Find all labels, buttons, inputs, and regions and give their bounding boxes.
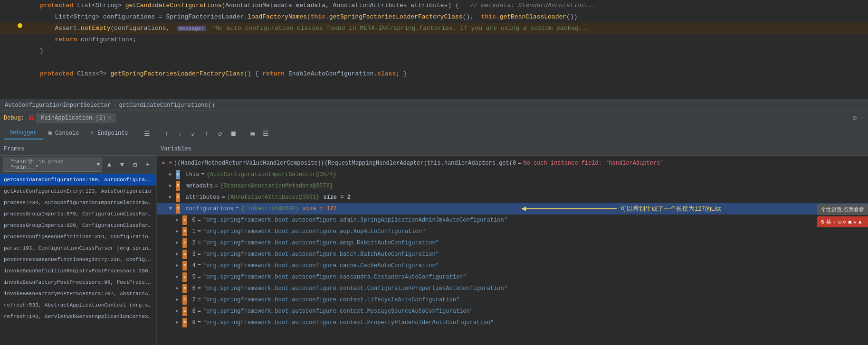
float-panel: 个性设置,点我看看 S 英 · ◎ ⊙ ▣ ★ ▲ [817, 204, 868, 227]
frame-item[interactable]: processConfigBeanDefinitions:319, Config… [0, 231, 156, 242]
var-expand[interactable]: ▶ [176, 307, 182, 316]
variables-panel: Variables ▶ ⊗ ((HandlerMethodReturnValue… [157, 142, 868, 345]
debug-tab-label: MainApplication (2) [41, 115, 106, 121]
var-name: 9 [189, 318, 195, 327]
code-line: protected Class<?> getSpringFactoriesLoa… [0, 68, 868, 80]
var-row-error[interactable]: ▶ ⊗ ((HandlerMethodReturnValueHandlerCom… [157, 158, 868, 169]
var-row-7[interactable]: ▶ ≡ 7 = "org.springframework.boot.autoco… [157, 294, 868, 306]
frame-item[interactable]: process:434, AutoConfigurationImportSele… [0, 197, 156, 208]
tab-endpoints[interactable]: ⚡ Endpoints [85, 128, 134, 140]
var-expand[interactable]: ▶ [176, 261, 182, 270]
var-expand[interactable]: ▶ [176, 215, 182, 225]
breadcrumb-current: getCandidateConfigurations() [119, 102, 215, 109]
var-expand[interactable]: ▶ [169, 170, 176, 179]
var-row-metadata[interactable]: ▶ P metadata = {StandardAnnotationMetada… [157, 180, 868, 192]
step-into-btn[interactable]: ↓ [174, 128, 186, 140]
var-eq: = [198, 215, 201, 225]
var-eq: = [198, 261, 201, 270]
var-expand[interactable]: ▶ [169, 193, 176, 202]
frame-item[interactable]: invokeBeanFactoryPostProcessors:96, Post… [0, 277, 156, 288]
var-row-0[interactable]: ▶ ≡ 0 = "org.springframework.boot.autoco… [157, 214, 868, 226]
var-value: "org.springframework.boot.autoconfigure.… [203, 272, 467, 282]
code-text: Assert.notEmpty(configurations, message:… [23, 23, 868, 34]
step-over-btn[interactable]: ↑ [161, 128, 172, 140]
debug-tab-close[interactable]: × [108, 115, 111, 121]
frame-item[interactable]: processGroupImports:809, ConfigurationCl… [0, 220, 156, 231]
tab-console[interactable]: ▣ Console [43, 128, 85, 140]
var-row-this[interactable]: ▶ P this = {AutoConfigurationImportSelec… [157, 169, 868, 180]
arr-icon: ≡ [176, 204, 180, 214]
stop-btn[interactable]: ⏹ [228, 128, 239, 140]
var-value: {LinkedList@3608} [241, 204, 299, 214]
var-name: ((HandlerMethodReturnValueHandlerComposi… [174, 159, 516, 168]
run-cursor-btn[interactable]: ↑ [201, 128, 212, 140]
code-editor: protected List<String> getCandidateConfi… [0, 0, 868, 100]
var-name: configurations [182, 204, 233, 214]
tab-debugger[interactable]: Debugger [4, 128, 43, 140]
arr-icon: ≡ [182, 295, 187, 305]
var-row-2[interactable]: ▶ ≡ 2 = "org.springframework.boot.autoco… [157, 237, 868, 249]
frame-item[interactable]: getAutoConfigurationEntry:123, AutoConfi… [0, 186, 156, 197]
var-row-3[interactable]: ▶ ≡ 3 = "org.springframework.boot.autoco… [157, 249, 868, 260]
variables-list: ▶ ⊗ ((HandlerMethodReturnValueHandlerCom… [157, 156, 868, 345]
rerun-btn[interactable]: ↺ [214, 128, 226, 140]
var-name: 7 [189, 295, 195, 305]
frame-item[interactable]: postProcessBeanDefinitionRegistry:236, C… [0, 254, 156, 265]
sogou-bar[interactable]: S 英 · ◎ ⊙ ▣ ★ ▲ [817, 216, 868, 227]
var-row-9[interactable]: ▶ ≡ 9 = "org.springframework.boot.autoco… [157, 317, 868, 328]
p-icon: P [176, 181, 180, 191]
frame-item[interactable]: refresh:533, AbstractApplicationContext … [0, 299, 156, 311]
code-text [23, 57, 868, 68]
var-row-configurations[interactable]: ▼ ≡ configurations = {LinkedList@3608} s… [157, 203, 868, 214]
var-expand[interactable]: ▶ [176, 295, 182, 305]
var-row-4[interactable]: ▶ ≡ 4 = "org.springframework.boot.autoco… [157, 260, 868, 271]
debug-tab-main[interactable]: MainApplication (2) × [36, 113, 116, 123]
frame-item[interactable]: getCandidateConfigurations:180, AutoConf… [0, 174, 156, 186]
debug-label: Debug: [4, 115, 24, 121]
var-name: metadata [182, 181, 213, 191]
frame-item[interactable]: refresh:143, ServletWebServerApplication… [0, 311, 156, 322]
frames-label: Frames [4, 146, 24, 152]
frame-item[interactable]: processGroupImports:879, ConfigurationCl… [0, 208, 156, 220]
var-expand[interactable]: ▶ [176, 227, 182, 236]
thread-selector[interactable]: ✓ "main"@1 in group "main..." ▼ [3, 158, 102, 172]
personal-settings-btn[interactable]: 个性设置,点我看看 [817, 204, 868, 215]
frames-down-btn[interactable]: ▼ [116, 159, 128, 170]
frames-up-btn[interactable]: ▲ [104, 159, 115, 170]
frames-btn[interactable]: ▣ [247, 128, 258, 140]
var-expand[interactable]: ▼ [169, 204, 176, 214]
sogou-icon: S [821, 219, 824, 225]
menu-icon[interactable]: — [860, 114, 864, 121]
frame-item[interactable]: invokeBeanDefinitionRegistryPostProcesso… [0, 265, 156, 277]
var-value: No such instance field: 'handlerAdapters… [523, 159, 663, 168]
step-out-btn[interactable]: ↙ [188, 128, 199, 140]
var-row-6[interactable]: ▶ ≡ 6 = "org.springframework.boot.autoco… [157, 283, 868, 294]
variables-header: Variables [157, 142, 868, 156]
var-value: "org.springframework.boot.autoconfigure.… [203, 295, 459, 305]
debug-icon: 🐞 [28, 114, 35, 121]
var-expand[interactable]: ▶ [176, 318, 182, 327]
var-row-attributes[interactable]: ▶ P attributes = {AnnotationAttributes@3… [157, 192, 868, 203]
check-icon: ✓ [5, 162, 9, 168]
var-expand[interactable]: ▶ [169, 181, 176, 191]
arr-icon: ≡ [182, 318, 187, 327]
frames-add-btn[interactable]: + [142, 159, 153, 170]
var-row-1[interactable]: ▶ ≡ 1 = "org.springframework.boot.autoco… [157, 226, 868, 237]
annotation-arrow: 可以看到生成了一个长度为127的List [522, 204, 721, 214]
var-value: "org.springframework.boot.autoconfigure.… [203, 227, 425, 236]
var-row-5[interactable]: ▶ ≡ 5 = "org.springframework.boot.autoco… [157, 271, 868, 283]
var-expand[interactable]: ▶ [176, 272, 182, 282]
var-expand[interactable]: ▶ [176, 250, 182, 259]
frames-header: Frames [0, 142, 156, 156]
frame-item[interactable]: invokeBeanFactoryPostProcessors:707, Abs… [0, 288, 156, 299]
frame-item[interactable]: parse:193, ConfigurationClassParser (org… [0, 242, 156, 254]
watch-btn[interactable]: ☰ [260, 128, 272, 140]
var-expand[interactable]: ▶ [176, 238, 182, 248]
var-row-8[interactable]: ▶ ≡ 8 = "org.springframework.boot.autoco… [157, 306, 868, 317]
list-icon[interactable]: ☰ [142, 128, 153, 140]
var-expand[interactable]: ▶ [162, 159, 169, 168]
settings-icon[interactable]: ⚙ [853, 114, 857, 122]
frames-filter-btn[interactable]: ⊟ [129, 159, 141, 170]
error-icon: ⊗ [169, 159, 172, 168]
var-expand[interactable]: ▶ [176, 284, 182, 293]
